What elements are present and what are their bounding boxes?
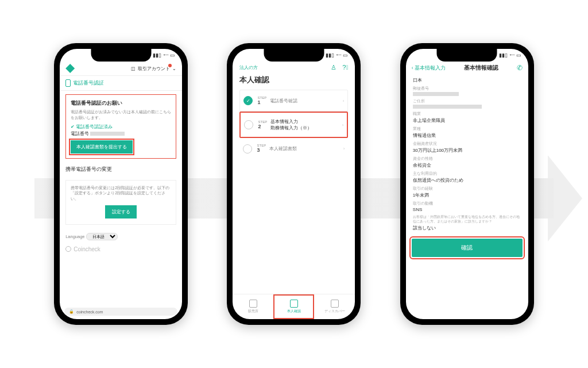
help-icon[interactable]: ?⃝	[342, 64, 348, 71]
confirmation-list: 日本 郵便番号 ご住所 職業非上場企業職員 業種情報通信業 金融資産状況30万円…	[406, 74, 528, 236]
language-select[interactable]: 日本語	[86, 233, 118, 240]
occupation-value: 非上場企業職員	[413, 117, 521, 124]
chevron-down-icon: ⌄	[172, 66, 176, 71]
step-1-phone-verification[interactable]: ✓ STEP1 電話番号確認 ›	[239, 90, 348, 112]
chevron-right-icon: ›	[343, 98, 345, 103]
cube-icon: ◫	[131, 66, 136, 71]
step-3-id-documents[interactable]: STEP3 本人確認書類 ›	[239, 138, 348, 159]
tab-bar: 販売所 本人確認 ディスカバー	[233, 294, 355, 319]
pep-answer: 該当しない	[413, 225, 521, 231]
phone-call-icon[interactable]: ✆	[517, 64, 523, 72]
tab-identity[interactable]: 本人確認	[273, 294, 314, 319]
home-icon	[331, 300, 339, 308]
verified-status: 電話番号認証済み	[71, 124, 171, 130]
card-body: 電話番号認証がお済みでない方は本人確認の前にこちらをお願いします。	[71, 109, 171, 121]
tab-exchange[interactable]: 販売所	[233, 294, 273, 319]
purpose-value: 仮想通貨への投資のため	[413, 177, 521, 183]
corporate-link[interactable]: 法人の方	[239, 64, 258, 71]
lock-icon: 🔒	[69, 309, 74, 314]
fund-nature-value: 余裕資金	[413, 162, 521, 168]
footer-brand: Coincheck	[60, 245, 182, 254]
chevron-right-icon: ›	[342, 122, 344, 128]
step-circle-icon	[244, 120, 253, 129]
chart-icon	[249, 300, 257, 308]
tab-discover[interactable]: ディスカバー	[314, 294, 355, 319]
id-icon	[290, 300, 298, 308]
phone-mockup-3: ▮▮▯⬳▭ ‹ 基本情報入力 基本情報確認 ✆ 日本 郵便番号 ご住所 職業非上…	[400, 43, 534, 325]
page-title: 基本情報確認	[464, 64, 498, 72]
confirm-button[interactable]: 確認	[412, 239, 523, 257]
phone-icon	[65, 79, 71, 87]
section-title-phone-verification: 電話番号認証	[60, 76, 182, 91]
brand-logo-icon	[65, 64, 75, 73]
submit-id-button[interactable]: 本人確認書類を提出する	[71, 140, 133, 154]
verification-steps: ✓ STEP1 電話番号確認 › STEP2 基本情報入力 勤務情報入力（※） …	[233, 90, 355, 159]
step-circle-icon	[243, 144, 252, 154]
assets-value: 30万円以上100万円未満	[413, 147, 521, 154]
configure-button[interactable]: 設定する	[105, 205, 137, 218]
change-phone-card: 携帯電話番号の変更には2段階認証が必要です。以下の「設定する」ボタンより2段階認…	[65, 180, 176, 225]
phone-mockup-1: ▮▮▯⬳▭ ◫ 取引アカウント ⌄ 電話番号認証 電話番号認証のお願い 電話番号…	[54, 43, 188, 325]
check-icon: ✓	[243, 96, 253, 105]
experience-value: 1年未満	[413, 192, 521, 198]
country-value: 日本	[413, 77, 521, 83]
address-value	[413, 105, 482, 109]
back-button[interactable]: ‹ 基本情報入力	[412, 64, 446, 72]
page-title: 本人確認	[233, 74, 355, 90]
postal-code-value	[413, 92, 459, 96]
motive-value: SNS	[413, 207, 521, 212]
section-title-change-phone: 携帯電話番号の変更	[60, 162, 182, 177]
phone-number-line: 電話番号	[71, 131, 171, 137]
browser-url-bar[interactable]: 🔒 coincheck.com	[64, 308, 177, 316]
user-icon[interactable]: ♙	[331, 64, 336, 71]
phone-mockup-2: ▮▮▯⬳▭ 法人の方 ♙ ?⃝ 本人確認 ✓ STEP1 電話番号確認 ›	[227, 43, 361, 325]
card-body: 携帯電話番号の変更には2段階認証が必要です。以下の「設定する」ボタンより2段階認…	[71, 185, 171, 202]
language-selector[interactable]: Language 日本語	[60, 228, 182, 245]
step-2-basic-info[interactable]: STEP2 基本情報入力 勤務情報入力（※） ›	[239, 112, 348, 138]
pep-question: お客様は「外国政府等において重要な地位を占める方、過去にその地位にあった方、また…	[413, 215, 521, 224]
chevron-right-icon: ›	[343, 146, 345, 151]
notification-badge	[168, 64, 172, 67]
account-menu[interactable]: ◫ 取引アカウント ⌄	[131, 66, 176, 72]
verification-request-card: 電話番号認証のお願い 電話番号認証がお済みでない方は本人確認の前にこちらをお願い…	[65, 94, 176, 159]
industry-value: 情報通信業	[413, 132, 521, 139]
card-title: 電話番号認証のお願い	[71, 99, 171, 107]
coincheck-logo-icon	[65, 246, 71, 252]
